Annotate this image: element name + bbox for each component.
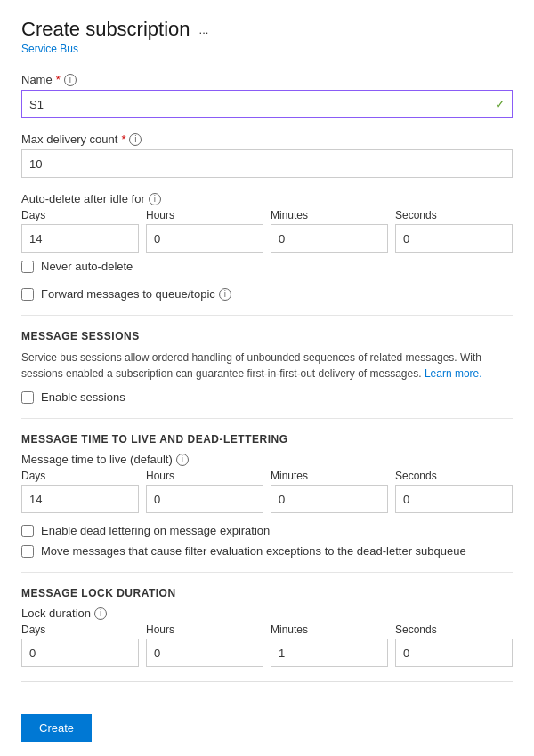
divider-2 bbox=[21, 418, 513, 419]
auto-delete-hours-label: Hours bbox=[146, 209, 263, 221]
auto-delete-days-input[interactable] bbox=[21, 224, 139, 253]
ttl-hours-label: Hours bbox=[146, 470, 263, 482]
lock-duration-time-grid: Days Hours Minutes Seconds bbox=[21, 623, 513, 667]
auto-delete-seconds-input[interactable] bbox=[395, 224, 513, 253]
lock-duration-label: Lock duration i bbox=[21, 607, 513, 620]
auto-delete-label: Auto-delete after idle for i bbox=[21, 192, 513, 205]
lock-seconds-col: Seconds bbox=[395, 623, 513, 667]
filter-exceptions-checkbox[interactable] bbox=[21, 545, 34, 558]
lock-hours-label: Hours bbox=[146, 623, 263, 636]
ttl-days-input[interactable] bbox=[21, 485, 139, 513]
ellipsis-menu[interactable]: ... bbox=[199, 23, 209, 36]
ttl-minutes-input[interactable] bbox=[271, 485, 388, 513]
enable-sessions-checkbox[interactable] bbox=[21, 391, 34, 404]
forward-messages-label: Forward messages to queue/topic i bbox=[41, 287, 231, 301]
lock-duration-section: MESSAGE LOCK DURATION Lock duration i Da… bbox=[21, 587, 513, 667]
message-ttl-info-icon[interactable]: i bbox=[176, 454, 189, 466]
divider-3 bbox=[21, 572, 513, 573]
never-auto-delete-row: Never auto-delete bbox=[21, 260, 513, 273]
message-ttl-time-grid: Days Hours Minutes Seconds bbox=[21, 470, 513, 513]
message-sessions-section: MESSAGE SESSIONS Service bus sessions al… bbox=[21, 330, 513, 404]
filter-exceptions-label: Move messages that cause filter evaluati… bbox=[41, 544, 466, 558]
auto-delete-days-label: Days bbox=[21, 209, 139, 221]
auto-delete-minutes-col: Minutes bbox=[271, 209, 388, 253]
subtitle: Service Bus bbox=[21, 43, 513, 55]
name-input[interactable] bbox=[21, 90, 513, 118]
ttl-minutes-label: Minutes bbox=[271, 470, 388, 482]
create-button-area: Create bbox=[21, 681, 513, 742]
ttl-minutes-col: Minutes bbox=[271, 470, 388, 513]
page-title: Create subscription bbox=[21, 18, 190, 41]
auto-delete-hours-input[interactable] bbox=[146, 224, 263, 253]
enable-sessions-label: Enable sessions bbox=[41, 390, 125, 404]
max-delivery-required-star: * bbox=[121, 133, 125, 146]
lock-hours-input[interactable] bbox=[146, 639, 263, 667]
lock-minutes-col: Minutes bbox=[271, 623, 388, 667]
lock-minutes-label: Minutes bbox=[271, 623, 388, 636]
enable-sessions-row: Enable sessions bbox=[21, 390, 513, 404]
dead-letter-row: Enable dead lettering on message expirat… bbox=[21, 524, 513, 537]
name-input-wrapper: ✓ bbox=[21, 90, 513, 118]
auto-delete-minutes-label: Minutes bbox=[271, 209, 388, 221]
auto-delete-info-icon[interactable]: i bbox=[149, 193, 161, 205]
message-sessions-description: Service bus sessions allow ordered handl… bbox=[21, 350, 513, 382]
create-button[interactable]: Create bbox=[21, 714, 92, 742]
ttl-hours-col: Hours bbox=[146, 470, 263, 513]
forward-messages-row: Forward messages to queue/topic i bbox=[21, 287, 513, 301]
lock-days-input[interactable] bbox=[21, 639, 139, 667]
max-delivery-info-icon[interactable]: i bbox=[129, 133, 142, 146]
name-valid-checkmark: ✓ bbox=[495, 97, 506, 111]
never-auto-delete-label: Never auto-delete bbox=[41, 260, 133, 273]
filter-exceptions-row: Move messages that cause filter evaluati… bbox=[21, 544, 513, 558]
message-ttl-label: Message time to live (default) i bbox=[21, 453, 513, 466]
auto-delete-time-grid: Days Hours Minutes Seconds bbox=[21, 209, 513, 253]
forward-messages-section: Forward messages to queue/topic i bbox=[21, 287, 513, 301]
ttl-hours-input[interactable] bbox=[146, 485, 263, 513]
name-label: Name * i bbox=[21, 73, 513, 86]
lock-minutes-input[interactable] bbox=[271, 639, 388, 667]
message-sessions-title: MESSAGE SESSIONS bbox=[21, 330, 513, 342]
name-required-star: * bbox=[56, 73, 61, 86]
lock-duration-title: MESSAGE LOCK DURATION bbox=[21, 587, 513, 599]
forward-messages-info-icon[interactable]: i bbox=[219, 288, 231, 301]
auto-delete-hours-col: Hours bbox=[146, 209, 263, 253]
lock-seconds-input[interactable] bbox=[395, 639, 513, 667]
auto-delete-seconds-col: Seconds bbox=[395, 209, 513, 253]
max-delivery-input[interactable] bbox=[21, 149, 513, 178]
auto-delete-section: Auto-delete after idle for i Days Hours … bbox=[21, 192, 513, 273]
name-info-icon[interactable]: i bbox=[64, 74, 77, 86]
never-auto-delete-checkbox[interactable] bbox=[21, 261, 34, 273]
max-delivery-section: Max delivery count * i bbox=[21, 133, 513, 178]
page-header: Create subscription ... bbox=[21, 18, 513, 41]
ttl-days-label: Days bbox=[21, 470, 139, 482]
ttl-seconds-label: Seconds bbox=[395, 470, 513, 482]
ttl-seconds-col: Seconds bbox=[395, 470, 513, 513]
auto-delete-seconds-label: Seconds bbox=[395, 209, 513, 221]
lock-seconds-label: Seconds bbox=[395, 623, 513, 636]
divider-1 bbox=[21, 315, 513, 316]
message-ttl-title: MESSAGE TIME TO LIVE AND DEAD-LETTERING bbox=[21, 433, 513, 446]
dead-letter-label: Enable dead lettering on message expirat… bbox=[41, 524, 270, 537]
lock-duration-info-icon[interactable]: i bbox=[94, 607, 107, 620]
dead-letter-checkbox[interactable] bbox=[21, 525, 34, 537]
lock-days-col: Days bbox=[21, 623, 139, 667]
message-ttl-section: MESSAGE TIME TO LIVE AND DEAD-LETTERING … bbox=[21, 433, 513, 558]
ttl-seconds-input[interactable] bbox=[395, 485, 513, 513]
forward-messages-checkbox[interactable] bbox=[21, 288, 34, 301]
auto-delete-days-col: Days bbox=[21, 209, 139, 253]
message-sessions-learn-more[interactable]: Learn more. bbox=[425, 367, 482, 380]
ttl-days-col: Days bbox=[21, 470, 139, 513]
lock-hours-col: Hours bbox=[146, 623, 263, 667]
auto-delete-minutes-input[interactable] bbox=[271, 224, 388, 253]
lock-days-label: Days bbox=[21, 623, 139, 636]
max-delivery-label: Max delivery count * i bbox=[21, 133, 513, 146]
name-section: Name * i ✓ bbox=[21, 73, 513, 118]
